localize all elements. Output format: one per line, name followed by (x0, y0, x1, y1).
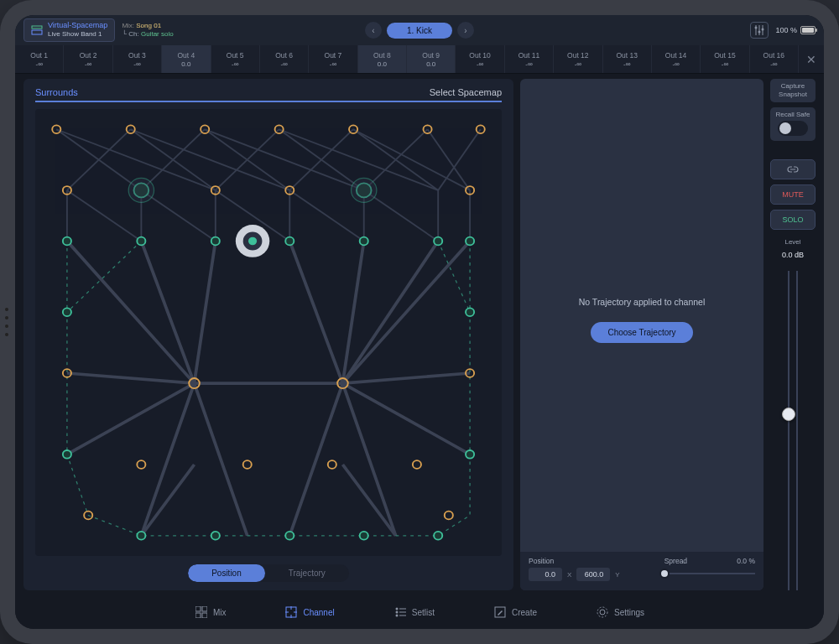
output-cell-3[interactable]: Out 3-∞ (113, 45, 162, 73)
link-icon (785, 165, 800, 174)
close-strip-button[interactable]: ✕ (799, 45, 824, 73)
svg-point-96 (128, 178, 154, 202)
svg-rect-1 (32, 30, 42, 34)
link-button[interactable] (770, 159, 816, 179)
level-value: 0.0 dB (782, 251, 804, 259)
tab-settings[interactable]: Settings (596, 605, 644, 619)
svg-point-75 (413, 460, 421, 469)
gear-icon (596, 605, 609, 619)
tab-mix[interactable]: Mix (195, 605, 227, 619)
top-bar: Virtual-Spacemap Live Show Band 1 Mix: S… (15, 15, 824, 45)
svg-line-48 (342, 373, 470, 383)
current-channel-pill[interactable]: 1. Kick (387, 23, 452, 39)
svg-line-23 (428, 129, 471, 190)
level-fader[interactable] (770, 264, 816, 590)
output-cell-13[interactable]: Out 13-∞ (603, 45, 652, 73)
tab-setlist[interactable]: Setlist (393, 605, 435, 619)
svg-point-91 (137, 532, 145, 540)
svg-point-112 (395, 611, 398, 614)
x-label: X (567, 571, 571, 579)
output-cell-16[interactable]: Out 16-∞ (750, 45, 799, 73)
output-cell-14[interactable]: Out 14-∞ (652, 45, 701, 73)
svg-line-13 (141, 129, 205, 190)
svg-point-93 (285, 532, 294, 540)
select-spacemap-button[interactable]: Select Spacemap (430, 87, 502, 97)
svg-line-35 (289, 190, 363, 242)
svg-line-53 (141, 465, 194, 536)
venue-chip[interactable]: Virtual-Spacemap Live Show Band 1 (23, 18, 115, 42)
bottom-tabs: Mix Channel Setlist Create Settings (15, 595, 824, 629)
output-cell-9[interactable]: Out 90.0 (407, 45, 456, 73)
output-cell-12[interactable]: Out 12-∞ (554, 45, 602, 73)
svg-point-61 (349, 125, 357, 133)
next-channel-button[interactable]: › (457, 22, 474, 39)
svg-line-32 (67, 190, 141, 242)
spread-slider[interactable] (664, 568, 755, 579)
output-strip: Out 1-∞Out 2-∞Out 3-∞Out 40.0Out 5-∞Out … (15, 45, 824, 74)
trajectory-panel: No Trajectory applied to channel Choose … (520, 79, 763, 590)
spread-value: 0.0 % (737, 557, 755, 565)
svg-line-46 (141, 383, 194, 536)
capture-snapshot-button[interactable]: Capture Snapshot (770, 79, 816, 102)
output-cell-15[interactable]: Out 15-∞ (701, 45, 749, 73)
svg-line-22 (364, 129, 428, 190)
mixer-icon[interactable] (750, 22, 769, 39)
recall-safe-toggle[interactable] (778, 121, 808, 136)
pencil-icon (493, 605, 507, 619)
output-cell-11[interactable]: Out 11-∞ (505, 45, 554, 73)
mute-button[interactable]: MUTE (770, 184, 816, 205)
trajectory-footer: Position 0.0 X 600.0 Y Spread0.0 % (520, 552, 763, 590)
venue-icon (31, 24, 43, 36)
output-cell-5[interactable]: Out 5-∞ (211, 45, 260, 73)
battery-icon (800, 26, 816, 34)
svg-line-37 (67, 241, 195, 383)
tab-channel[interactable]: Channel (284, 605, 334, 619)
svg-point-86 (466, 237, 474, 246)
svg-point-118 (597, 607, 607, 617)
svg-line-16 (216, 129, 279, 190)
solo-button[interactable]: SOLO (770, 210, 816, 230)
output-cell-10[interactable]: Out 10-∞ (456, 45, 504, 73)
svg-point-84 (360, 237, 368, 246)
svg-point-59 (201, 125, 209, 133)
output-cell-4[interactable]: Out 40.0 (162, 45, 211, 73)
output-cell-6[interactable]: Out 6-∞ (260, 45, 309, 73)
divider (35, 101, 502, 102)
mix-info: Mix: Song 01 └ Ch: Guitar solo (122, 23, 173, 39)
svg-point-110 (395, 608, 398, 610)
toggle-trajectory[interactable]: Trajectory (265, 564, 349, 582)
spacemap-canvas[interactable] (35, 109, 502, 556)
prev-channel-button[interactable]: ‹ (365, 22, 382, 39)
spacemap-title: Surrounds (35, 87, 78, 97)
output-cell-2[interactable]: Out 2-∞ (64, 45, 112, 73)
svg-point-117 (600, 610, 605, 615)
main-area: Surrounds Select Spacemap (15, 74, 824, 595)
svg-point-97 (352, 178, 377, 202)
svg-line-54 (342, 465, 395, 536)
svg-line-19 (289, 129, 353, 190)
svg-point-95 (434, 532, 442, 540)
svg-point-88 (466, 308, 474, 316)
svg-point-80 (63, 237, 71, 246)
position-y-value[interactable]: 600.0 (576, 568, 610, 581)
recall-safe-label: Recall Safe (776, 111, 810, 118)
toggle-position[interactable]: Position (188, 564, 265, 582)
output-cell-8[interactable]: Out 80.0 (358, 45, 407, 73)
position-x-value[interactable]: 0.0 (529, 568, 562, 581)
svg-point-89 (63, 450, 71, 459)
spread-label: Spread (664, 557, 687, 565)
target-icon (284, 605, 298, 619)
svg-line-39 (195, 241, 216, 383)
output-cell-1[interactable]: Out 1-∞ (15, 45, 64, 73)
tab-create[interactable]: Create (493, 605, 537, 619)
svg-line-50 (342, 383, 395, 536)
svg-point-73 (243, 460, 252, 469)
svg-rect-102 (202, 606, 207, 611)
svg-point-74 (328, 460, 336, 469)
svg-line-45 (67, 383, 195, 454)
position-label: Position (529, 557, 554, 565)
y-label: Y (615, 571, 619, 579)
choose-trajectory-button[interactable]: Choose Trajectory (591, 322, 692, 343)
output-cell-7[interactable]: Out 7-∞ (309, 45, 357, 73)
svg-rect-0 (32, 26, 42, 29)
